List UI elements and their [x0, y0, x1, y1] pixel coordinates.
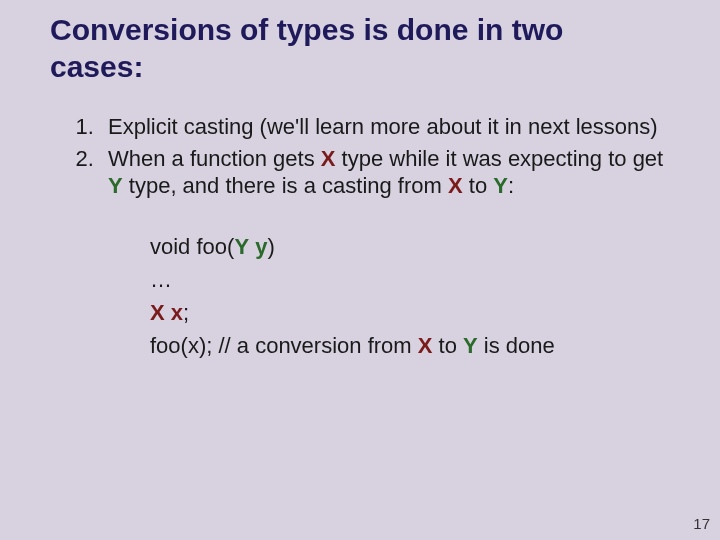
list-item: When a function gets X type while it was…	[100, 145, 680, 200]
var-y: Y	[108, 173, 123, 198]
var-y-lower: y	[255, 234, 267, 259]
var-y: Y	[493, 173, 508, 198]
text: to	[432, 333, 463, 358]
slide: Conversions of types is done in two case…	[0, 0, 720, 540]
numbered-list: Explicit casting (we'll learn more about…	[40, 113, 680, 200]
code-line: X x;	[150, 296, 680, 329]
var-x-lower: x	[171, 300, 183, 325]
var-x: X	[448, 173, 463, 198]
var-y: Y	[463, 333, 478, 358]
text: foo(x); // a conversion from	[150, 333, 418, 358]
code-line: foo(x); // a conversion from X to Y is d…	[150, 329, 680, 362]
text: to	[463, 173, 494, 198]
code-line: void foo(Y y)	[150, 230, 680, 263]
slide-body: Explicit casting (we'll learn more about…	[0, 85, 720, 362]
var-x: X	[321, 146, 336, 171]
slide-title: Conversions of types is done in two case…	[0, 0, 650, 85]
text: type, and there is a casting from	[123, 173, 448, 198]
page-number: 17	[693, 515, 710, 532]
code-line: …	[150, 263, 680, 296]
text: is done	[478, 333, 555, 358]
var-x: X	[418, 333, 433, 358]
code-block: void foo(Y y) … X x; foo(x); // a conver…	[150, 230, 680, 362]
text: void foo(	[150, 234, 234, 259]
text: ;	[183, 300, 189, 325]
text: :	[508, 173, 514, 198]
var-x: X	[150, 300, 165, 325]
var-y: Y	[234, 234, 249, 259]
text: type while it was expecting to get	[335, 146, 663, 171]
text: When a function gets	[108, 146, 321, 171]
text: )	[267, 234, 274, 259]
list-item: Explicit casting (we'll learn more about…	[100, 113, 680, 141]
